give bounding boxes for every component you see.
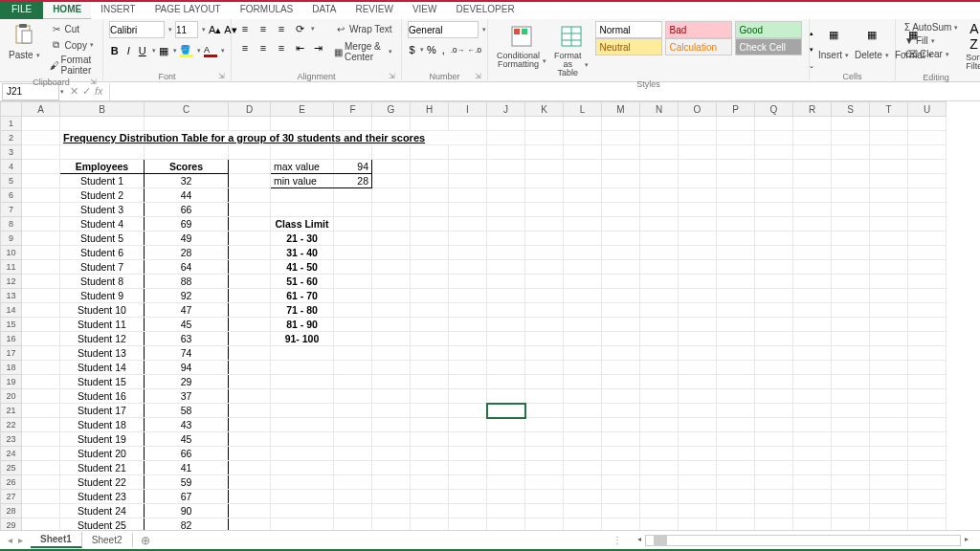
- cell-B19[interactable]: Student 15: [60, 375, 145, 389]
- cell-K8[interactable]: [525, 217, 564, 231]
- cell-D22[interactable]: [229, 418, 271, 432]
- merge-center-button[interactable]: ▦Merge & Center▾: [331, 40, 395, 63]
- cell-C21[interactable]: 58: [145, 404, 229, 418]
- cell-Q23[interactable]: [755, 432, 793, 447]
- cell-J8[interactable]: [487, 217, 525, 231]
- cell-E14[interactable]: 71 - 80: [271, 303, 334, 318]
- align-left-button[interactable]: ≡: [237, 40, 253, 55]
- cell-K5[interactable]: [525, 174, 564, 188]
- cell-K3[interactable]: [525, 145, 564, 160]
- cell-I9[interactable]: [449, 231, 487, 246]
- cell-M17[interactable]: [602, 346, 640, 361]
- cell-Q6[interactable]: [755, 188, 793, 203]
- tab-developer[interactable]: DEVELOPER: [446, 2, 523, 19]
- font-color-dd[interactable]: ▾: [221, 47, 225, 55]
- cell-C6[interactable]: 44: [145, 188, 229, 203]
- cell-Q14[interactable]: [755, 303, 793, 318]
- cell-R12[interactable]: [793, 275, 832, 289]
- row-header-26[interactable]: 26: [1, 475, 22, 490]
- cell-I18[interactable]: [449, 361, 487, 375]
- cell-G21[interactable]: [372, 404, 411, 418]
- row-header-27[interactable]: 27: [1, 490, 22, 504]
- cell-R9[interactable]: [793, 231, 832, 246]
- cell-K13[interactable]: [525, 289, 564, 303]
- cell-C3[interactable]: [145, 145, 229, 160]
- cell-B14[interactable]: Student 10: [60, 303, 145, 318]
- cell-N1[interactable]: [640, 117, 679, 131]
- cell-P5[interactable]: [717, 174, 755, 188]
- cell-P7[interactable]: [717, 203, 755, 217]
- tab-data[interactable]: DATA: [302, 2, 345, 19]
- cell-D19[interactable]: [229, 375, 271, 389]
- cell-T23[interactable]: [870, 432, 908, 447]
- cell-T15[interactable]: [870, 318, 908, 332]
- cell-J11[interactable]: [487, 260, 525, 275]
- cell-I24[interactable]: [449, 447, 487, 461]
- cell-S21[interactable]: [832, 404, 870, 418]
- cell-D8[interactable]: [229, 217, 271, 231]
- cell-I22[interactable]: [449, 418, 487, 432]
- cell-N22[interactable]: [640, 418, 679, 432]
- wrap-text-button[interactable]: ↩Wrap Text: [331, 21, 395, 36]
- cell-T3[interactable]: [870, 145, 908, 160]
- cell-I1[interactable]: [449, 117, 487, 131]
- cell-D9[interactable]: [229, 231, 271, 246]
- cell-R20[interactable]: [793, 389, 832, 404]
- cell-T7[interactable]: [870, 203, 908, 217]
- cell-I17[interactable]: [449, 346, 487, 361]
- cell-G6[interactable]: [372, 188, 411, 203]
- cell-S15[interactable]: [832, 318, 870, 332]
- row-header-3[interactable]: 3: [1, 145, 22, 160]
- cell-E26[interactable]: [271, 475, 334, 490]
- cell-R2[interactable]: [793, 131, 832, 145]
- cell-B23[interactable]: Student 19: [60, 432, 145, 447]
- cell-N29[interactable]: [640, 518, 679, 531]
- cell-Q27[interactable]: [755, 490, 793, 504]
- cell-H14[interactable]: [411, 303, 449, 318]
- cell-Q18[interactable]: [755, 361, 793, 375]
- cell-B17[interactable]: Student 13: [60, 346, 145, 361]
- italic-button[interactable]: I: [123, 43, 135, 58]
- cell-J27[interactable]: [487, 490, 525, 504]
- cell-D17[interactable]: [229, 346, 271, 361]
- cell-H6[interactable]: [411, 188, 449, 203]
- cell-K10[interactable]: [525, 246, 564, 260]
- cell-F8[interactable]: [334, 217, 372, 231]
- cell-J15[interactable]: [487, 318, 525, 332]
- cell-E24[interactable]: [271, 447, 334, 461]
- cell-K24[interactable]: [525, 447, 564, 461]
- tab-formulas[interactable]: FORMULAS: [231, 2, 303, 19]
- cell-M3[interactable]: [602, 145, 640, 160]
- row-header-6[interactable]: 6: [1, 188, 22, 203]
- cell-S18[interactable]: [832, 361, 870, 375]
- cell-Q28[interactable]: [755, 504, 793, 518]
- row-header-16[interactable]: 16: [1, 332, 22, 346]
- cell-G25[interactable]: [372, 461, 411, 475]
- cell-R21[interactable]: [793, 404, 832, 418]
- cell-E11[interactable]: 41 - 50: [271, 260, 334, 275]
- cell-O1[interactable]: [679, 117, 717, 131]
- cell-M25[interactable]: [602, 461, 640, 475]
- select-all-button[interactable]: [1, 102, 22, 117]
- tab-view[interactable]: VIEW: [403, 2, 447, 19]
- cell-N6[interactable]: [640, 188, 679, 203]
- delete-cells-icon[interactable]: ▦: [858, 21, 885, 48]
- cell-C10[interactable]: 28: [145, 246, 229, 260]
- cell-I13[interactable]: [449, 289, 487, 303]
- cell-Q12[interactable]: [755, 275, 793, 289]
- cell-L21[interactable]: [564, 404, 602, 418]
- cell-N15[interactable]: [640, 318, 679, 332]
- cell-M24[interactable]: [602, 447, 640, 461]
- cell-H21[interactable]: [411, 404, 449, 418]
- cell-N17[interactable]: [640, 346, 679, 361]
- cell-R11[interactable]: [793, 260, 832, 275]
- cell-U23[interactable]: [908, 432, 947, 447]
- cell-B16[interactable]: Student 12: [60, 332, 145, 346]
- cell-A24[interactable]: [22, 447, 60, 461]
- cell-L23[interactable]: [564, 432, 602, 447]
- cell-J10[interactable]: [487, 246, 525, 260]
- cell-F23[interactable]: [334, 432, 372, 447]
- cell-K29[interactable]: [525, 518, 564, 531]
- cell-R14[interactable]: [793, 303, 832, 318]
- cell-R10[interactable]: [793, 246, 832, 260]
